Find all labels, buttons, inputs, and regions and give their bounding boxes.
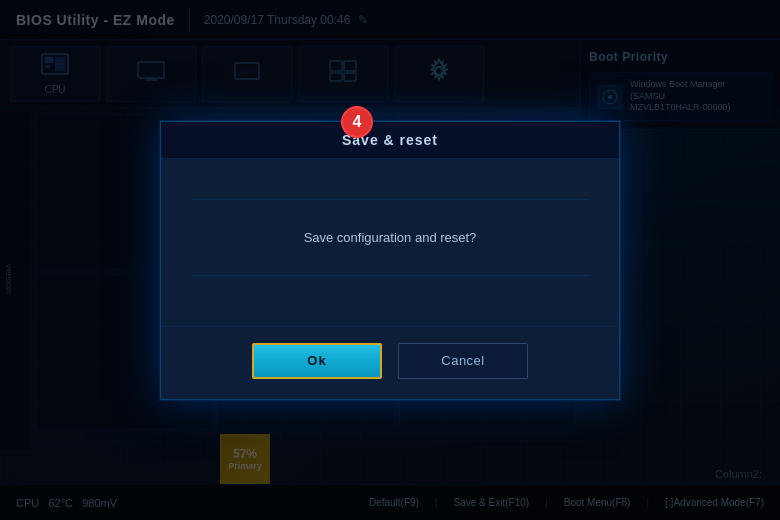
ok-button[interactable]: Ok <box>252 343 382 379</box>
dialog-separator-bottom <box>191 275 589 276</box>
dialog-actions: Ok Cancel <box>161 327 619 399</box>
dialog-title: Save & reset <box>161 122 619 159</box>
dialog-body: Save configuration and reset? <box>161 159 619 327</box>
modal-overlay: 4 Save & reset Save configuration and re… <box>0 0 780 520</box>
dialog: 4 Save & reset Save configuration and re… <box>160 121 620 400</box>
main-content: BIOS Utility - EZ Mode 2020/09/17 Thursd… <box>0 0 780 520</box>
step-indicator: 4 <box>341 106 373 138</box>
dialog-separator-top <box>191 199 589 200</box>
dialog-message: Save configuration and reset? <box>191 230 589 245</box>
step-number: 4 <box>353 113 362 131</box>
cancel-button[interactable]: Cancel <box>398 343 528 379</box>
